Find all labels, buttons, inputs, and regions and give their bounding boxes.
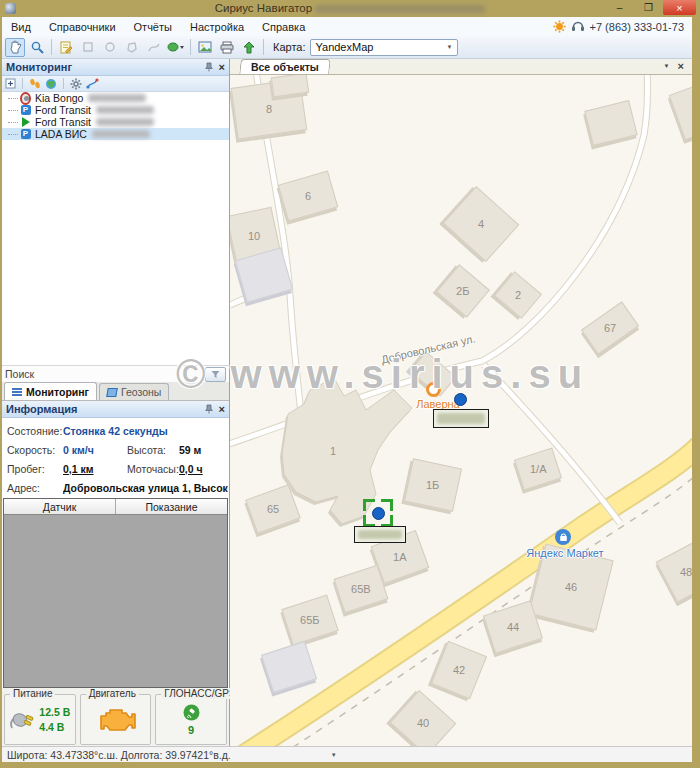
vehicle-tree-item[interactable]: Ford Transit — [2, 116, 229, 128]
geozone-color-dropdown[interactable] — [166, 38, 186, 57]
application-window: Сириус Навигатор – ❐ × Вид Справочники О… — [0, 0, 700, 768]
show-on-map-globe-icon[interactable] — [45, 78, 57, 90]
altitude-label: Высота: — [127, 444, 179, 456]
follow-footprints-icon[interactable] — [29, 78, 41, 89]
tree-connector — [8, 134, 18, 135]
menu-settings[interactable]: Настройка — [181, 17, 253, 36]
vehicle-marker-dot[interactable] — [454, 393, 467, 406]
map-tab-all-objects[interactable]: Все объекты — [239, 59, 330, 74]
edit-geozone-button[interactable] — [56, 38, 76, 57]
menu-view[interactable]: Вид — [2, 17, 40, 36]
engine-groupbox: Двигатель — [80, 694, 152, 745]
filter-funnel-icon — [211, 370, 220, 379]
building-number: 46 — [565, 581, 577, 593]
track-route-icon[interactable] — [86, 78, 99, 89]
poi-laverna-icon[interactable] — [426, 382, 441, 397]
gauges-strip: Питание 12.5 В 4.4 В — [2, 688, 229, 746]
maximize-button[interactable]: ❐ — [634, 0, 663, 15]
hours-label: Моточасы: — [127, 463, 179, 475]
plate-redacted — [96, 118, 154, 126]
tab-geozones[interactable]: Геозоны — [99, 383, 169, 400]
vehicle-tree-item[interactable]: PFord Transit — [2, 104, 229, 116]
building-number: 65Б — [300, 614, 319, 626]
window-title-wrap: Сириус Навигатор — [0, 2, 700, 14]
selected-vehicle-marker[interactable] — [363, 499, 393, 527]
sensor-column-header[interactable]: Датчик — [4, 499, 116, 514]
map-provider-select[interactable]: YandexMap ▼ — [310, 39, 458, 56]
export-button[interactable] — [239, 38, 259, 57]
satellite-icon — [183, 704, 200, 721]
pin-icon[interactable] — [205, 404, 213, 414]
screenshot-button[interactable] — [195, 38, 215, 57]
vehicle-name: LADA ВИС — [35, 128, 87, 140]
expand-all-icon[interactable] — [5, 78, 16, 89]
engine-title: Двигатель — [86, 688, 139, 699]
moving-status-icon — [20, 117, 31, 128]
building-number: 65 — [267, 503, 279, 515]
add-point-tool[interactable] — [78, 38, 98, 57]
alert-sun-icon[interactable] — [553, 20, 566, 33]
map-viewport[interactable]: 861042Б2671Б1/А651А65В65Б46444842401 Доб… — [230, 75, 692, 746]
zoom-button[interactable] — [27, 38, 47, 57]
map-tab-close-icon[interactable]: × — [678, 60, 684, 72]
title-bar: Сириус Навигатор – ❐ × — [0, 0, 700, 17]
vehicle-info: Состояние: Стоянка 42 секунды Скорость: … — [2, 418, 229, 498]
building-number: 1 — [330, 445, 336, 457]
vehicle-plate-label[interactable] — [433, 409, 489, 428]
search-filter-button[interactable] — [205, 367, 226, 382]
vehicle-tree-item[interactable]: Kia Bongo — [2, 92, 229, 104]
tree-connector — [8, 122, 18, 123]
menu-help[interactable]: Справка — [253, 17, 314, 36]
poi-yandex-market-icon[interactable] — [555, 529, 571, 545]
map-provider-label: Карта: — [273, 41, 306, 53]
state-label: Состояние: — [7, 425, 63, 437]
print-button[interactable] — [217, 38, 237, 57]
pan-hand-button[interactable] — [5, 38, 25, 57]
building-number: 42 — [453, 664, 465, 676]
menu-reports[interactable]: Отчёты — [125, 17, 181, 36]
vehicle-tree-item[interactable]: PLADA ВИС — [2, 128, 229, 140]
plate-redacted — [92, 130, 150, 138]
power-title: Питание — [10, 688, 55, 699]
menu-directories[interactable]: Справочники — [40, 17, 125, 36]
building-number: 6 — [305, 190, 311, 202]
vehicle-tree: Kia BongoPFord TransitFord TransitPLADA … — [2, 92, 229, 365]
building-number: 48 — [680, 566, 692, 578]
combo-caret-icon: ▼ — [447, 44, 453, 50]
list-icon — [12, 387, 22, 396]
mileage-label: Пробег: — [7, 463, 63, 475]
value-column-header[interactable]: Показание — [116, 499, 227, 514]
minimize-button[interactable]: – — [605, 0, 634, 15]
selected-vehicle-plate-label[interactable] — [354, 526, 406, 543]
building-number: 1А — [393, 551, 406, 563]
altitude-value: 59 м — [179, 444, 201, 456]
add-polyline-tool[interactable] — [144, 38, 164, 57]
tab-monitoring[interactable]: Мониторинг — [4, 382, 97, 400]
headset-support-icon[interactable] — [571, 20, 585, 33]
mileage-value[interactable]: 0,1 км — [63, 463, 115, 475]
monitoring-panel-header: Мониторинг × — [2, 59, 229, 76]
power-voltage-main: 12.5 В — [39, 706, 70, 718]
panel-close-icon[interactable]: × — [219, 61, 225, 73]
building-number: 44 — [507, 621, 519, 633]
building-number: 4 — [478, 218, 484, 230]
status-bar: Широта: 43.47338°с.ш. Долгота: 39.97421°… — [2, 746, 692, 762]
tree-connector — [8, 110, 18, 111]
support-phone: +7 (863) 333-01-73 — [590, 21, 684, 33]
building-number: 2 — [515, 289, 521, 301]
map-tab-dropdown-icon[interactable]: ▼ — [664, 63, 670, 69]
stopped-status-icon — [20, 93, 31, 104]
hours-value[interactable]: 0,0 ч — [179, 463, 203, 475]
poi-yandex-market-label[interactable]: Яндекс Маркет — [515, 547, 615, 559]
pin-icon[interactable] — [205, 62, 213, 72]
vehicle-name: Ford Transit — [35, 104, 91, 116]
satellite-count: 9 — [188, 724, 194, 736]
settings-gear-icon[interactable] — [70, 78, 82, 90]
window-title: Сириус Навигатор — [215, 2, 312, 14]
statusbar-dropdown-icon[interactable]: ▼ — [331, 752, 337, 758]
main-toolbar: Карта: YandexMap ▼ — [2, 36, 692, 59]
add-circle-tool[interactable] — [100, 38, 120, 57]
panel-close-icon[interactable]: × — [219, 403, 225, 415]
close-button[interactable]: × — [663, 0, 696, 15]
add-polygon-tool[interactable] — [122, 38, 142, 57]
